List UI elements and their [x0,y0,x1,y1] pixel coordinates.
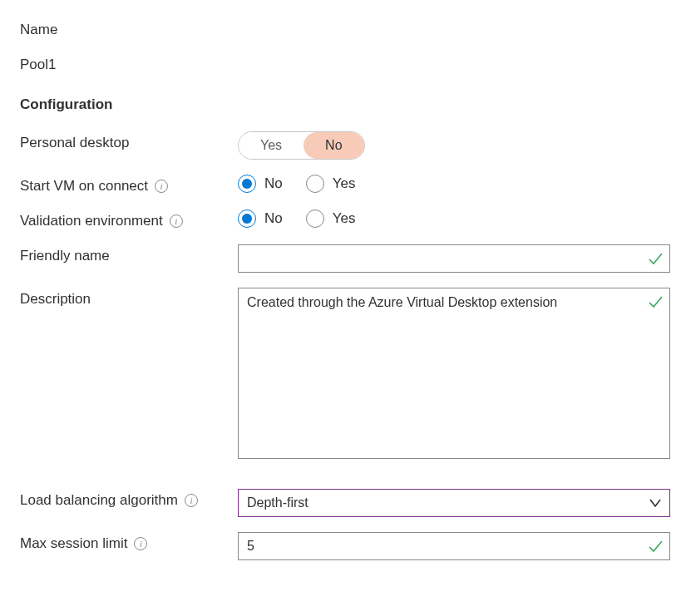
start-vm-radio-group: No Yes [238,175,355,193]
personal-desktop-label: Personal desktop [20,135,129,151]
radio-label: No [264,210,283,227]
start-vm-no[interactable]: No [238,175,283,193]
radio-label: Yes [333,210,356,227]
info-icon[interactable]: i [134,537,147,550]
radio-icon [306,209,324,228]
radio-label: Yes [333,175,356,192]
validation-env-radio-group: No Yes [238,209,355,228]
validation-env-label: Validation environment [20,213,163,229]
personal-desktop-toggle[interactable]: Yes No [238,131,365,160]
start-vm-yes[interactable]: Yes [306,175,356,193]
name-label: Name [20,22,671,38]
start-vm-label: Start VM on connect [20,178,148,195]
friendly-name-label: Friendly name [20,248,110,264]
info-icon[interactable]: i [170,214,183,228]
description-input[interactable] [238,288,670,459]
name-value: Pool1 [20,57,671,73]
personal-desktop-no[interactable]: No [304,132,363,159]
validation-env-no[interactable]: No [238,209,283,228]
radio-label: No [264,175,283,192]
friendly-name-input[interactable] [238,244,670,273]
personal-desktop-yes[interactable]: Yes [239,132,304,159]
max-session-input[interactable] [238,532,670,560]
radio-icon [238,209,256,228]
max-session-label: Max session limit [20,535,127,552]
configuration-heading: Configuration [20,96,671,113]
load-balancing-label: Load balancing algorithm [20,492,178,509]
description-label: Description [20,291,91,308]
info-icon[interactable]: i [155,180,168,193]
validation-env-yes[interactable]: Yes [306,209,356,228]
radio-icon [306,175,324,193]
radio-icon [238,175,256,193]
load-balancing-select[interactable] [238,489,670,517]
info-icon[interactable]: i [185,494,198,507]
